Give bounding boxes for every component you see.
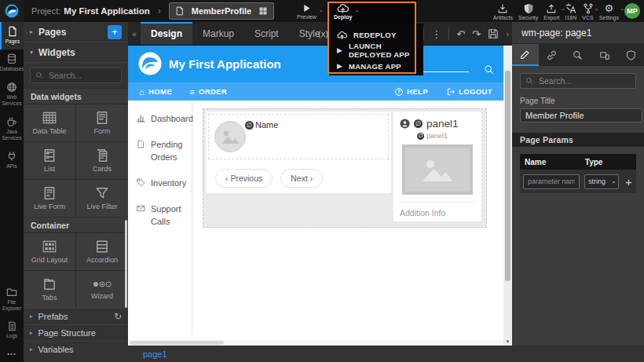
widget-tile-tabs[interactable]: Tabs <box>24 271 75 308</box>
header-search-icon[interactable] <box>484 64 494 75</box>
page-file-icon <box>175 6 185 16</box>
param-type-select[interactable]: string ▾ <box>584 174 619 189</box>
widget-tile-cards[interactable]: Cards <box>76 142 128 179</box>
widget-search-input[interactable] <box>47 70 116 81</box>
tab-styles[interactable] <box>539 44 565 66</box>
widget-tile-list[interactable]: List <box>24 142 75 179</box>
next-button[interactable]: Next › <box>280 169 323 188</box>
widget-tile-grid-layout[interactable]: Grid Layout <box>24 233 75 270</box>
canvas-app-nav: ⌂ HOME ≡ ORDER ? HELP LOGOUT <box>128 82 503 101</box>
menu-item-redeploy[interactable]: REDEPLOY <box>329 27 423 42</box>
panel-picture-placeholder[interactable] <box>402 144 473 195</box>
refresh-icon[interactable]: ↻ <box>114 311 122 322</box>
widget-tile-live-form[interactable]: Live Form <box>24 180 75 217</box>
add-param-button[interactable]: + <box>625 175 632 188</box>
rail-item-apis[interactable]: APIs <box>0 147 24 174</box>
previous-button[interactable]: ‹ Previous <box>215 169 273 188</box>
artifacts-button[interactable]: Artifacts <box>493 1 513 20</box>
panel-header[interactable]: ∅ panel1 <box>400 118 475 130</box>
sidebar-item-dashboard[interactable]: Dashboard <box>137 113 192 126</box>
nav-item-home[interactable]: ⌂ HOME <box>139 87 172 97</box>
export-button[interactable]: Export ⌄ <box>543 1 559 20</box>
vcs-button[interactable]: VCS ⌄ <box>582 1 593 20</box>
security-button[interactable]: Security <box>518 1 538 20</box>
chevron-right-icon: ▸ <box>30 313 33 320</box>
tab-script[interactable]: Script <box>244 22 289 45</box>
deploy-button[interactable]: Deploy ⌄ <box>334 1 352 22</box>
active-page-tab[interactable]: page1 <box>143 349 167 359</box>
more-options-icon[interactable]: ••• <box>0 344 24 362</box>
settings-button[interactable]: ⚙ Settings ⌄ <box>599 1 619 20</box>
selected-container-widget[interactable]: ∅ Name ‹ Previous Next › <box>203 108 487 228</box>
rail-item-databases[interactable]: Databases <box>0 49 24 77</box>
properties-tabs <box>512 44 644 66</box>
dashboard-grid-icon[interactable] <box>258 6 268 16</box>
sidebar-item-pending-orders[interactable]: Pending Orders <box>137 139 192 164</box>
properties-search-input[interactable] <box>537 75 631 86</box>
rail-item-web-services[interactable]: Web Services <box>0 78 24 112</box>
page-icon <box>7 26 18 37</box>
page-tab-label: MemberProfile <box>192 6 251 16</box>
panel-scrollbar[interactable] <box>125 220 127 308</box>
collapse-left-panel-icon[interactable]: « <box>128 22 141 45</box>
i18n-button[interactable]: I18N <box>565 1 577 20</box>
page-title-input[interactable] <box>520 108 642 122</box>
widgets-accordion-header[interactable]: ▾ Widgets <box>24 42 128 63</box>
canvas-app-header[interactable]: My First Application <box>128 46 503 82</box>
widget-tile-accordion[interactable]: Accordion <box>76 233 128 270</box>
menu-item-launch-deployed-app[interactable]: ▶ LAUNCH DEPLOYED APP <box>329 42 423 58</box>
variables-accordion-header[interactable]: ▸ Variables <box>24 341 128 357</box>
properties-search <box>520 73 636 89</box>
preview-button[interactable]: Preview ⌄ <box>297 1 317 22</box>
scrollbar-thumb[interactable] <box>505 71 510 281</box>
tab-devices[interactable] <box>591 44 618 66</box>
canvas-hscrollbar[interactable] <box>128 340 503 346</box>
redo-icon[interactable]: ↷ <box>472 28 481 40</box>
widget-tile-data-table[interactable]: Data Table <box>24 104 75 141</box>
search-icon <box>35 71 43 79</box>
canvas-vscrollbar[interactable]: ▾ <box>503 46 512 346</box>
widget-tile-live-filter[interactable]: Live Filter <box>76 180 128 217</box>
nav-item-logout[interactable]: LOGOUT <box>447 87 492 96</box>
form-icon <box>95 111 109 125</box>
widget-tile-form[interactable]: Form <box>76 104 128 141</box>
list-item-template[interactable]: ∅ Name <box>208 114 389 159</box>
panel-widget[interactable]: ∅ panel1 ∅ panel1 Addition Info <box>393 112 482 221</box>
sidebar-item-inventory[interactable]: Inventory <box>137 177 192 190</box>
tab-properties[interactable] <box>512 44 539 66</box>
menu-item-manage-app[interactable]: ▶ MANAGE APP <box>329 58 423 74</box>
tab-markup[interactable]: Markup <box>192 22 244 45</box>
add-page-button[interactable]: + <box>108 25 122 39</box>
collapse-right-panel-icon[interactable]: › <box>503 22 512 46</box>
pages-accordion-header[interactable]: ▸ Pages + <box>24 22 128 42</box>
sidebar-item-support-calls[interactable]: Support Calls <box>137 203 192 229</box>
bound-name-field[interactable]: ∅ Name <box>245 120 278 130</box>
logout-icon <box>447 88 455 96</box>
save-icon[interactable] <box>488 28 499 39</box>
tab-events[interactable] <box>565 44 591 66</box>
design-canvas[interactable]: My First Application ⌂ HOME ≡ ORDER ? HE… <box>128 46 503 340</box>
rail-item-java-services[interactable]: Java Services <box>0 112 24 147</box>
tab-security[interactable] <box>617 44 644 66</box>
nav-item-order[interactable]: ≡ ORDER <box>189 87 227 97</box>
open-page-tab[interactable]: MemberProfile <box>169 2 274 20</box>
chevron-right-icon: ▸ <box>30 346 33 353</box>
user-avatar[interactable]: MP <box>624 3 640 19</box>
list-widget[interactable]: ∅ Name ‹ Previous Next › <box>206 112 391 193</box>
rail-item-file-explorer[interactable]: File Explorer <box>0 283 24 317</box>
tab-design[interactable]: Design <box>141 22 192 45</box>
widget-tile-wizard[interactable]: Wizard <box>76 271 128 308</box>
scroll-down-icon[interactable]: ▾ <box>503 338 512 345</box>
params-table-row: string ▾ + <box>520 170 636 193</box>
envelope-icon <box>137 204 145 213</box>
kebab-menu-icon[interactable]: ⋮ <box>431 28 441 40</box>
prefabs-accordion-header[interactable]: ▸ Prefabs ↻ <box>24 308 128 324</box>
rail-item-logs[interactable]: Logs <box>0 317 24 344</box>
nav-item-help[interactable]: ? HELP <box>395 87 428 96</box>
rail-item-pages[interactable]: Pages <box>0 22 24 49</box>
app-logo[interactable] <box>0 0 24 22</box>
undo-icon[interactable]: ↶ <box>456 28 465 40</box>
page-structure-accordion-header[interactable]: ▸ Page Structure <box>24 324 128 341</box>
list-item-picture-placeholder[interactable] <box>214 121 246 152</box>
param-name-input[interactable] <box>523 174 580 189</box>
